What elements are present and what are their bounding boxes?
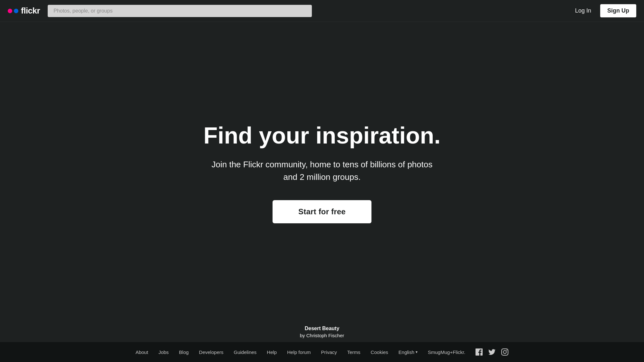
- footer-link-guidelines[interactable]: Guidelines: [234, 349, 256, 355]
- hero-title: Find your inspiration.: [204, 123, 441, 148]
- instagram-icon[interactable]: [501, 348, 508, 356]
- footer-link-smugmug[interactable]: SmugMug+Flickr.: [428, 349, 465, 355]
- footer-link-cookies[interactable]: Cookies: [371, 349, 388, 355]
- photo-credit: Desert Beauty by Christoph Fischer: [0, 318, 644, 342]
- language-selector[interactable]: English ▾: [399, 349, 418, 355]
- social-icons: [476, 348, 508, 356]
- footer-link-terms[interactable]: Terms: [347, 349, 360, 355]
- hero-subtitle: Join the Flickr community, home to tens …: [206, 158, 438, 183]
- nav-actions: Log In Sign Up: [571, 4, 636, 17]
- logo-dots: [8, 9, 18, 13]
- dot-pink-icon: [8, 9, 12, 13]
- start-for-free-button[interactable]: Start for free: [273, 200, 371, 223]
- signup-button[interactable]: Sign Up: [600, 4, 636, 17]
- twitter-icon[interactable]: [488, 348, 495, 356]
- footer-link-jobs[interactable]: Jobs: [159, 349, 169, 355]
- footer: About Jobs Blog Developers Guidelines He…: [0, 342, 644, 362]
- footer-link-help-forum[interactable]: Help forum: [287, 349, 311, 355]
- photo-title: Desert Beauty: [0, 326, 644, 331]
- navbar: flickr Log In Sign Up: [0, 0, 644, 22]
- footer-link-about[interactable]: About: [136, 349, 148, 355]
- footer-link-help[interactable]: Help: [267, 349, 277, 355]
- facebook-icon[interactable]: [476, 348, 483, 356]
- login-button[interactable]: Log In: [571, 5, 595, 17]
- photo-author: by Christoph Fischer: [0, 333, 644, 338]
- chevron-down-icon: ▾: [416, 350, 418, 354]
- main-content: Find your inspiration. Join the Flickr c…: [0, 22, 644, 318]
- search-input[interactable]: [48, 5, 312, 17]
- logo-area[interactable]: flickr: [8, 6, 40, 16]
- language-label: English: [399, 349, 414, 355]
- search-bar: [48, 5, 312, 17]
- footer-link-privacy[interactable]: Privacy: [321, 349, 337, 355]
- footer-link-blog[interactable]: Blog: [179, 349, 189, 355]
- dot-blue-icon: [14, 9, 18, 13]
- logo-text: flickr: [21, 6, 40, 16]
- footer-link-developers[interactable]: Developers: [199, 349, 224, 355]
